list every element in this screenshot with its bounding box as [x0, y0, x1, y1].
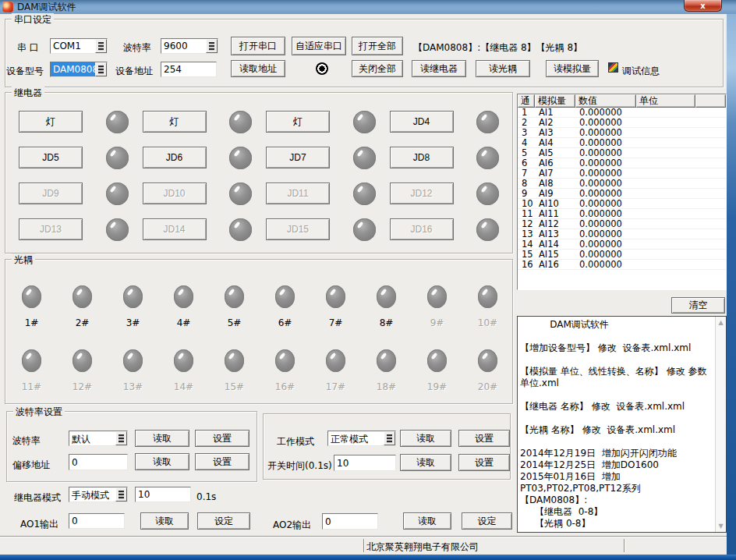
table-row[interactable]: 6 AI6 0.000000	[518, 158, 726, 168]
table-row[interactable]: 10 AI10 0.000000	[518, 199, 726, 209]
switch-time-read-button[interactable]: 读取	[400, 454, 451, 471]
opto-label: 16#	[275, 381, 295, 392]
relay-button[interactable]: JD11	[266, 183, 330, 204]
relay-button[interactable]: JD7	[266, 147, 330, 168]
baud-read-button[interactable]: 读取	[135, 430, 189, 447]
table-row[interactable]: 5 AI5 0.000000	[518, 148, 726, 158]
adaptive-serial-button[interactable]: 自适应串口	[292, 37, 346, 55]
baud-setting-select[interactable]: 默认	[69, 431, 128, 446]
port-select[interactable]: COM1	[50, 38, 108, 54]
debug-info-icon[interactable]	[608, 62, 618, 73]
col-header-name[interactable]: 模拟量	[535, 94, 575, 108]
ao1-set-button[interactable]: 设定	[197, 512, 250, 530]
cell-value: 0.000000	[575, 239, 636, 249]
col-header-value[interactable]: 数值	[575, 94, 636, 108]
col-header-unit[interactable]: 单位	[636, 94, 695, 108]
baud-select[interactable]: 9600	[161, 38, 218, 54]
table-row[interactable]: 16 AI16 0.000000	[518, 260, 726, 270]
work-mode-read-button[interactable]: 读取	[400, 430, 451, 447]
offset-input[interactable]	[69, 454, 128, 470]
cell-name: AI4	[535, 138, 575, 147]
table-row[interactable]: 3 AI3 0.000000	[518, 128, 726, 138]
work-mode-select[interactable]: 正常模式	[327, 431, 396, 446]
cell-unit	[636, 138, 695, 147]
ao2-read-button[interactable]: 读取	[403, 512, 451, 530]
baud-set-button[interactable]: 设置	[195, 430, 249, 447]
table-row[interactable]: 2 AI2 0.000000	[518, 118, 726, 128]
switch-time-input[interactable]	[334, 455, 396, 471]
cell-value: 0.000000	[575, 179, 636, 188]
table-row[interactable]: 1 AI1 0.000000	[518, 108, 726, 118]
table-row[interactable]: 14 AI14 0.000000	[518, 239, 726, 250]
table-row[interactable]: 13 AI13 0.000000	[518, 229, 726, 239]
chevron-down-icon[interactable]	[95, 39, 107, 53]
relay-led-icon	[476, 147, 499, 169]
relay-button[interactable]: JD9	[19, 183, 83, 204]
relay-cell: JD11	[261, 183, 385, 205]
relay-button[interactable]: JD5	[19, 147, 83, 168]
ao2-set-button[interactable]: 设定	[462, 512, 512, 530]
cell-unit	[636, 158, 695, 168]
relay-button[interactable]: JD12	[390, 183, 454, 204]
table-row[interactable]: 12 AI12 0.000000	[518, 219, 726, 229]
read-opto-button[interactable]: 读光耦	[476, 60, 530, 77]
col-header-channel[interactable]: 通	[518, 94, 535, 108]
addr-input[interactable]	[161, 62, 217, 77]
chevron-down-icon[interactable]	[115, 431, 127, 445]
chevron-down-icon[interactable]	[115, 487, 127, 502]
work-mode-set-button[interactable]: 设置	[458, 430, 510, 447]
relay-button[interactable]: JD6	[143, 147, 207, 168]
relay-button[interactable]: 灯	[19, 111, 83, 133]
ao1-read-button[interactable]: 读取	[140, 512, 189, 530]
relay-button[interactable]: JD8	[390, 147, 454, 168]
relay-cell: JD16	[385, 218, 509, 241]
chevron-down-icon[interactable]	[206, 39, 218, 53]
model-select[interactable]: DAM0808	[50, 62, 108, 77]
cell-unit	[636, 179, 695, 188]
switch-time-set-button[interactable]: 设置	[458, 454, 510, 471]
relay-mode-select[interactable]: 手动模式	[69, 487, 128, 502]
table-row[interactable]: 7 AI7 0.000000	[518, 168, 726, 179]
chevron-down-icon[interactable]	[95, 62, 107, 76]
open-serial-button[interactable]: 打开串口	[231, 37, 285, 55]
relay-button[interactable]: JD14	[143, 218, 207, 240]
relay-button[interactable]: 灯	[266, 111, 330, 133]
relay-grid: 灯 灯 灯 JD4 JD5 JD6	[14, 104, 508, 247]
close-icon[interactable]: x	[684, 0, 722, 12]
close-all-button[interactable]: 关闭全部	[352, 60, 403, 77]
relay-button[interactable]: JD4	[390, 111, 454, 133]
statusbar-divider	[363, 539, 365, 552]
chevron-down-icon[interactable]	[384, 431, 395, 445]
offset-read-button[interactable]: 读取	[135, 453, 189, 470]
read-addr-button[interactable]: 读取地址	[231, 60, 285, 77]
window-border-right	[727, 14, 736, 555]
cell-unit	[636, 239, 695, 249]
table-row[interactable]: 9 AI9 0.000000	[518, 189, 726, 199]
scroll-down-icon[interactable]: ▼	[716, 521, 726, 531]
table-row[interactable]: 15 AI15 0.000000	[518, 250, 726, 260]
relay-time-input[interactable]	[135, 487, 191, 502]
table-row[interactable]: 11 AI11 0.000000	[518, 209, 726, 219]
clear-button[interactable]: 清空	[671, 297, 725, 314]
log-text: DAM调试软件 【增加设备型号】 修改 设备表.xml.xml 【模拟量 单位、…	[520, 319, 713, 530]
read-relay-button[interactable]: 读继电器	[412, 60, 466, 77]
opto-led-icon	[73, 285, 92, 308]
relay-button[interactable]: JD15	[266, 218, 330, 240]
opto-label: 2#	[76, 317, 90, 328]
table-row[interactable]: 4 AI4 0.000000	[518, 138, 726, 148]
read-analog-button[interactable]: 读模拟量	[546, 60, 599, 77]
opto-cell: 10#	[462, 285, 513, 349]
relay-button[interactable]: JD13	[19, 218, 83, 240]
relay-button[interactable]: JD16	[390, 218, 454, 240]
ao1-input[interactable]	[69, 513, 125, 529]
table-row[interactable]: 8 AI8 0.000000	[518, 179, 726, 189]
log-box[interactable]: DAM调试软件 【增加设备型号】 修改 设备表.xml.xml 【模拟量 单位、…	[517, 316, 727, 533]
offset-set-button[interactable]: 设置	[195, 453, 249, 470]
ao2-input[interactable]	[322, 513, 378, 530]
relay-button[interactable]: 灯	[143, 111, 207, 133]
open-all-button[interactable]: 打开全部	[352, 37, 403, 55]
scroll-up-icon[interactable]: ▲	[716, 317, 726, 328]
relay-button[interactable]: JD10	[143, 183, 207, 204]
log-scrollbar[interactable]: ▲ ▼	[715, 317, 726, 532]
relay-led-icon	[353, 218, 376, 241]
